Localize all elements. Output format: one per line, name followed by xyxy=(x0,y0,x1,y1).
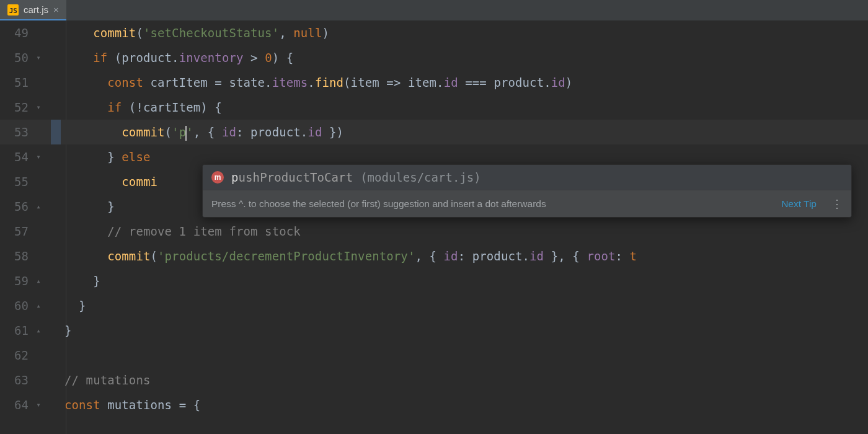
suggestion-rest: ushProductToCart xyxy=(239,170,353,184)
code-line[interactable]: 50▾ if (product.inventory > 0) { xyxy=(0,45,868,70)
token-prop: inventory xyxy=(179,51,244,64)
code-content: if (product.inventory > 0) { xyxy=(45,45,293,70)
token-ident: product xyxy=(250,125,301,139)
token-builtin: t xyxy=(630,249,637,263)
next-tip-button[interactable]: Next Tip xyxy=(781,192,817,216)
token-punct: } xyxy=(79,299,86,312)
token-prop: id xyxy=(529,249,544,263)
tab-label: cart.js xyxy=(24,4,48,15)
line-number: 61 xyxy=(0,318,32,343)
line-number: 52 xyxy=(0,95,32,120)
line-number: 63 xyxy=(0,368,32,392)
code-line[interactable]: 61▴} xyxy=(0,318,868,343)
line-number: 51 xyxy=(0,70,32,95)
token-punct: ( xyxy=(165,125,172,139)
token-kw: if xyxy=(107,100,129,114)
token-fn: find xyxy=(315,76,343,89)
token-prop: root xyxy=(587,249,615,263)
code-content: } else xyxy=(45,144,157,169)
token-ident: product xyxy=(494,76,544,89)
token-punct: = { xyxy=(172,398,200,412)
token-fn: commi xyxy=(122,175,157,188)
suggestion-location: (modules/cart.js) xyxy=(360,165,480,190)
autocomplete-popup: m pushProductToCart (modules/cart.js) Pr… xyxy=(202,164,852,218)
token-punct: , xyxy=(279,26,293,40)
token-kw: const xyxy=(107,76,150,89)
code-line[interactable]: 59▴ } xyxy=(0,268,868,293)
token-punct: ( xyxy=(136,26,143,40)
code-line[interactable]: 53 commit('p', { id: product.id }) xyxy=(0,120,868,144)
token-ident: item xyxy=(351,76,379,89)
token-punct: > xyxy=(244,51,265,64)
token-str: ' xyxy=(186,125,193,139)
line-number: 54 xyxy=(0,144,32,169)
token-prop: items xyxy=(272,76,308,89)
fold-gutter[interactable]: ▾ xyxy=(32,95,45,120)
fold-gutter[interactable]: ▾ xyxy=(32,144,45,169)
code-line[interactable]: 58 commit('products/decrementProductInve… xyxy=(0,244,868,268)
token-comment: // remove 1 item from stock xyxy=(107,224,301,238)
line-number: 55 xyxy=(0,169,32,194)
line-number: 60 xyxy=(0,293,32,318)
token-prop: id xyxy=(444,76,458,89)
fold-gutter[interactable]: ▴ xyxy=(32,293,45,318)
code-content: } xyxy=(45,268,100,293)
code-content: } xyxy=(45,293,86,318)
code-line[interactable]: 60▴ } xyxy=(0,293,868,318)
token-punct: === xyxy=(458,76,494,89)
token-fn: commit xyxy=(93,26,136,40)
autocomplete-item[interactable]: m pushProductToCart (modules/cart.js) xyxy=(203,165,851,190)
line-number: 49 xyxy=(0,20,32,45)
code-content: // mutations xyxy=(45,368,150,392)
fold-gutter[interactable]: ▴ xyxy=(32,318,45,343)
token-builtin: null xyxy=(293,26,322,40)
fold-gutter[interactable]: ▾ xyxy=(32,392,45,417)
line-number: 53 xyxy=(0,120,32,144)
editor-tabbar: JS cart.js × xyxy=(0,0,868,20)
code-line[interactable]: 62 xyxy=(0,343,868,368)
token-punct: . xyxy=(523,249,530,263)
code-content: } xyxy=(45,318,72,343)
token-punct: } xyxy=(64,324,72,337)
code-line[interactable]: 49 commit('setCheckoutStatus', null) xyxy=(0,20,868,45)
kebab-icon[interactable]: ⋮ xyxy=(831,192,843,216)
token-punct: ( xyxy=(115,51,122,64)
line-number: 56 xyxy=(0,194,32,219)
token-kw: const xyxy=(64,398,107,412)
token-punct: . xyxy=(308,76,315,89)
line-number: 50 xyxy=(0,45,32,70)
token-punct: : xyxy=(616,249,630,263)
code-line[interactable]: 64▾const mutations = { xyxy=(0,392,868,417)
token-punct: }, { xyxy=(544,249,587,263)
fold-gutter[interactable]: ▴ xyxy=(32,268,45,293)
code-content: const cartItem = state.items.find(item =… xyxy=(45,70,572,95)
code-line[interactable]: 52▾ if (!cartItem) { xyxy=(0,95,868,120)
token-prop: id xyxy=(308,125,322,139)
token-ident: item xyxy=(408,76,436,89)
code-line[interactable]: 63// mutations xyxy=(0,368,868,392)
close-icon[interactable]: × xyxy=(53,4,59,15)
line-number: 59 xyxy=(0,268,32,293)
fold-gutter[interactable]: ▴ xyxy=(32,194,45,219)
fold-gutter[interactable]: ▾ xyxy=(32,45,45,70)
code-content: const mutations = { xyxy=(45,392,200,417)
token-kw: if xyxy=(93,51,115,64)
code-line[interactable]: 51 const cartItem = state.items.find(ite… xyxy=(0,70,868,95)
token-punct: : xyxy=(236,125,250,139)
token-fn: commit xyxy=(122,125,164,139)
token-prop: id xyxy=(444,249,458,263)
token-builtin: 0 xyxy=(265,51,272,64)
token-punct: . xyxy=(544,76,551,89)
line-number: 57 xyxy=(0,219,32,244)
tab-cart-js[interactable]: JS cart.js × xyxy=(0,0,66,20)
line-number: 62 xyxy=(0,343,32,368)
token-punct: . xyxy=(436,76,444,89)
token-punct: ) { xyxy=(272,51,294,64)
token-ident: product xyxy=(122,51,172,64)
token-punct: => xyxy=(379,76,408,89)
code-editor[interactable]: 49 commit('setCheckoutStatus', null)50▾ … xyxy=(0,20,868,434)
token-str: 'products/decrementProductInventory' xyxy=(157,249,415,263)
token-str: 'setCheckoutStatus' xyxy=(143,26,279,40)
code-line[interactable]: 57 // remove 1 item from stock xyxy=(0,219,868,244)
code-content: commit('products/decrementProductInvento… xyxy=(45,244,637,268)
